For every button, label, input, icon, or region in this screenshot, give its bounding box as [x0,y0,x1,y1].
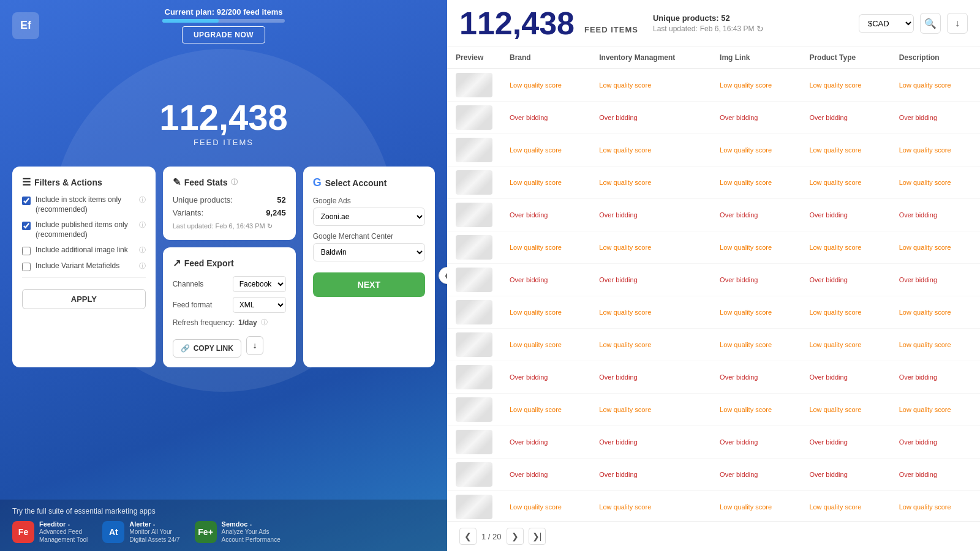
info-icon-1[interactable]: ⓘ [139,195,146,204]
preview-image [456,170,492,195]
table-row: Over bidding Over bidding Over bidding O… [447,361,980,394]
right-unique-products: Unique products: 52 [653,13,764,23]
refresh-freq-value: 1/day [238,318,257,327]
table-body: Low quality score Low quality score Low … [447,69,980,521]
image-placeholder [456,170,492,195]
page-indicator: 1 / 20 [481,532,502,541]
product-type-cell: Over bidding [801,102,890,134]
info-icon-4[interactable]: ⓘ [139,261,146,271]
product-type-cell: Low quality score [801,329,890,361]
description-cell: Low quality score [891,329,980,361]
filter-checkbox-2[interactable] [22,222,31,230]
img-link-cell: Over bidding [711,459,801,491]
copy-link-button[interactable]: 🔗 COPY LINK [173,339,241,358]
format-label: Feed format [173,301,228,309]
preview-image [456,430,492,454]
currency-select[interactable]: $CAD $USD €EUR £GBP [859,14,914,33]
channels-select[interactable]: Facebook Google Pinterest [233,276,286,292]
preview-cell [447,231,501,264]
img-link-cell: Low quality score [711,167,801,199]
alerter-icon: At [102,521,124,543]
google-ads-select[interactable]: Zooni.ae [313,208,425,226]
variants-value: 9,245 [266,208,286,217]
refresh-icon[interactable]: ↻ [267,222,273,230]
table-row: Low quality score Low quality score Low … [447,167,980,199]
img-link-cell: Low quality score [711,394,801,426]
preview-cell [447,69,501,102]
preview-image [456,235,492,260]
feeditor-name: Feeditor - [39,520,88,528]
col-brand: Brand [501,47,590,69]
channels-row: Channels Facebook Google Pinterest [173,276,286,292]
info-icon-3[interactable]: ⓘ [139,246,146,255]
image-placeholder [456,430,492,454]
brand-cell: Low quality score [501,394,590,426]
feed-export-card: ↗ Feed Export Channels Facebook Google P… [163,247,296,367]
filter-checkbox-4[interactable] [22,263,31,271]
main-count-display: 112,438 FEED ITEMS [0,100,447,147]
img-link-cell: Over bidding [711,361,801,394]
inventory-cell: Low quality score [590,329,711,361]
right-refresh-icon[interactable]: ↻ [756,24,764,34]
product-type-cell: Low quality score [801,394,890,426]
filter-checkbox-3[interactable] [22,247,31,255]
right-header: 112,438 FEED ITEMS Unique products: 52 L… [447,0,980,47]
plan-text: Current plan: 92/200 feed items [162,7,285,17]
format-select[interactable]: XML CSV JSON [233,297,286,313]
filter-item-4: Include Variant Metafields ⓘ [22,261,146,271]
download-icon: ↓ [955,18,960,29]
preview-cell [447,459,501,491]
merchant-select[interactable]: Baldwin [313,243,425,261]
next-button[interactable]: NEXT [313,272,425,297]
search-button[interactable]: 🔍 [920,13,941,34]
table-row: Low quality score Low quality score Low … [447,296,980,329]
feed-stats-card: ✎ Feed Stats ⓘ Unique products: 52 Varia… [163,167,296,240]
apply-button[interactable]: APPLY [22,289,146,309]
pagination: ❮ 1 / 20 ❯ ❯| [447,521,980,551]
description-cell: Low quality score [891,69,980,102]
copy-link-icon: 🔗 [181,344,190,353]
preview-cell [447,264,501,296]
feed-stats-title: Feed Stats [184,178,228,187]
img-link-cell: Over bidding [711,102,801,134]
feed-stats-info-icon[interactable]: ⓘ [231,178,238,187]
refresh-info-icon[interactable]: ⓘ [261,318,268,327]
last-page-button[interactable]: ❯| [529,528,546,545]
export-actions: 🔗 COPY LINK ↓ [173,333,286,358]
cards-row: ☰ Filters & Actions Include in stock ite… [0,157,447,377]
next-page-button[interactable]: ❯ [507,528,524,545]
preview-image [456,300,492,324]
inventory-cell: Over bidding [590,426,711,459]
alerter-info: Alerter - Monitor All YourDigital Assets… [129,520,179,544]
filter-checkbox-1[interactable] [22,197,31,205]
upgrade-button[interactable]: UPGRADE NOW [182,26,265,43]
first-page-button[interactable]: ❮ [459,528,477,545]
info-icon-2[interactable]: ⓘ [139,220,146,230]
table-row: Low quality score Low quality score Low … [447,231,980,264]
col-product-type: Product Type [801,47,890,69]
unique-products-value: 52 [277,195,285,204]
product-type-cell: Over bidding [801,426,890,459]
filter-item-1: Include in stock items only (recommended… [22,195,146,214]
merchant-label: Google Merchant Center [313,232,425,241]
google-icon: G [313,176,322,189]
app-alerter: At Alerter - Monitor All YourDigital Ass… [102,520,179,544]
table-header-row: Preview Brand Inventory Managment Img Li… [447,47,980,69]
product-type-cell: Over bidding [801,264,890,296]
variants-row: Variants: 9,245 [173,208,286,217]
col-description: Description [891,47,980,69]
preview-image [456,105,492,130]
download-button[interactable]: ↓ [947,13,968,34]
export-icon: ↗ [173,257,181,269]
preview-image [456,203,492,227]
download-button[interactable]: ↓ [246,336,264,355]
table-row: Low quality score Low quality score Low … [447,491,980,522]
plan-info: Current plan: 92/200 feed items UPGRADE … [162,7,285,43]
preview-image [456,462,492,487]
format-row: Feed format XML CSV JSON [173,297,286,313]
col-img-link: Img Link [711,47,801,69]
col-preview: Preview [447,47,501,69]
img-link-cell: Low quality score [711,231,801,264]
image-placeholder [456,365,492,389]
right-feed-items-label: FEED ITEMS [584,25,638,39]
